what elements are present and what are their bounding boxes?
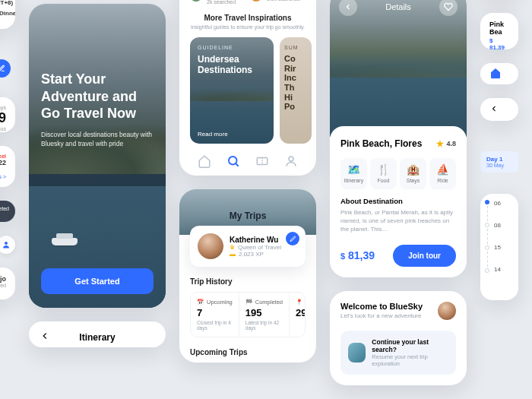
date-card-fragment: eel 322 ails > <box>0 146 15 187</box>
chevron-left-icon[interactable] <box>489 104 499 115</box>
itinerary-screen-fragment: Itinerary <box>29 321 166 347</box>
trip-stats: 📅Upcoming 7 Closest trip in 4 days 🏁Comp… <box>190 292 306 337</box>
destination-icon <box>190 0 202 2</box>
timeline-fragment: 19:30 (GMT+8) Dinner <box>0 0 15 29</box>
ticket-icon[interactable] <box>255 154 269 168</box>
read-more-link[interactable]: Read more <box>198 131 228 138</box>
hero-subtitle: Discover local destinations beauty with … <box>41 130 154 150</box>
welcome-title: Welcome to BlueSky <box>340 302 423 311</box>
svg-point-0 <box>5 242 8 245</box>
pink-beach-card-fragment: Pink Bea $ 81.39 <box>480 13 518 49</box>
resume-sub: Resume your next trip exploration <box>372 353 448 367</box>
user-xp: ▬2.023 XP <box>230 251 298 258</box>
recent-searches: Mount Rinjani2k searched Labuan Bajo1.5k… <box>190 0 306 5</box>
boat-graphic <box>385 106 420 117</box>
days-card-fragment: days 29 Clos <box>0 97 15 132</box>
boat-graphic <box>52 238 78 245</box>
destination-details-screen: Details Pink Beach, Flores ★4.8 🗺️Itiner… <box>330 0 467 277</box>
day-chip[interactable]: Day 1 30 May <box>480 151 518 173</box>
about-text: Pink Beach, or Pantai Merah, as it is ap… <box>340 208 456 234</box>
timeline-fragment: 06 08 15 14 <box>480 194 518 300</box>
profile-icon[interactable] <box>284 154 298 168</box>
event-name: Dinner <box>0 10 15 17</box>
favorite-button[interactable] <box>439 0 458 16</box>
back-fragment <box>480 98 518 121</box>
bajo-fragment: Bajo ed <box>0 268 15 299</box>
fab-fragment <box>0 59 15 78</box>
my-trips-screen: My Trips Katherine Wu ♛Queen of Travel ▬… <box>179 189 316 363</box>
rating: ★4.8 <box>436 139 456 149</box>
price: $ 81,39 <box>340 249 375 261</box>
edit-button[interactable] <box>286 232 299 245</box>
svg-point-1 <box>229 157 237 165</box>
home-icon-fragment <box>480 63 518 84</box>
completed-pill-fragment: mpleted <box>0 201 15 222</box>
search-chip[interactable]: Mount Rinjani2k searched <box>190 0 245 5</box>
section-heading: More Travel Inspirations <box>190 14 306 22</box>
back-button[interactable] <box>339 0 357 16</box>
avatar[interactable] <box>438 302 456 320</box>
welcome-sub: Let's look for a new adventure <box>340 312 423 319</box>
upcoming-heading: Upcoming Trips <box>190 348 306 356</box>
hero-title: Start Your Adventure and Go Travel Now <box>41 71 154 122</box>
days-count: 29 <box>0 110 6 126</box>
stat-completed[interactable]: 🏁Completed 195 Latest trip in 42 days <box>239 293 290 337</box>
history-heading: Trip History <box>190 277 306 286</box>
card-tag: GUIDELINE <box>198 45 233 50</box>
section-sub: Insightful guides to ensure your trip go… <box>190 24 306 30</box>
resume-title: Continue your last search? <box>372 338 448 353</box>
screen-title: My Trips <box>179 211 316 221</box>
back-icon[interactable] <box>40 331 50 344</box>
inspiration-card-peek[interactable]: SUM Co Rir Inc Th Hi Po <box>280 37 312 144</box>
about-heading: About Destination <box>340 197 456 205</box>
category-food[interactable]: 🍴Food <box>370 158 397 189</box>
edit-icon[interactable] <box>0 59 11 78</box>
destination-icon <box>250 0 262 2</box>
stat-upcoming[interactable]: 📅Upcoming 7 Closest trip in 4 days <box>191 293 239 337</box>
avatar[interactable] <box>198 233 223 259</box>
category-ride[interactable]: ⛵Ride <box>429 158 456 189</box>
onboarding-screen: Start Your Adventure and Go Travel Now D… <box>29 4 166 308</box>
resume-search-card[interactable]: Continue your last search? Resume your n… <box>340 331 456 375</box>
inspiration-card[interactable]: GUIDELINE Undersea Destinations Read mor… <box>190 37 274 144</box>
category-stays[interactable]: 🏨Stays <box>400 158 426 189</box>
home-screen-fragment: Welcome to BlueSky Let's look for a new … <box>330 291 467 385</box>
category-row: 🗺️Itinerary 🍴Food 🏨Stays ⛵Ride <box>340 158 456 189</box>
svg-point-3 <box>289 157 293 161</box>
star-icon: ★ <box>436 139 444 149</box>
join-tour-button[interactable]: Join tour <box>393 245 456 267</box>
explore-screen: Mount Rinjani2k searched Labuan Bajo1.5k… <box>179 0 316 176</box>
screen-title: Details <box>385 2 411 11</box>
search-chip[interactable]: Labuan Bajo1.5k searched <box>250 0 306 5</box>
category-itinerary[interactable]: 🗺️Itinerary <box>340 158 367 189</box>
details-hero-image: Details <box>330 0 467 137</box>
get-started-button[interactable]: Get Started <box>41 268 154 294</box>
card-title: Undersea Destinations <box>198 54 274 76</box>
home-icon[interactable] <box>489 67 502 81</box>
profile-card: Katherine Wu ♛Queen of Travel ▬2.023 XP <box>190 226 306 267</box>
bottom-tabbar <box>190 154 306 168</box>
event-time: 19:30 (GMT+8) <box>0 0 15 6</box>
user-role: ♛Queen of Travel <box>230 244 298 251</box>
itinerary-title: Itinerary <box>50 332 144 343</box>
home-icon[interactable] <box>198 154 211 168</box>
user-icon[interactable] <box>0 236 15 254</box>
stat-extra[interactable]: 📍 29 <box>290 293 306 337</box>
thumbnail <box>348 343 366 363</box>
destination-name: Pink Beach, Flores <box>340 138 422 149</box>
search-icon[interactable] <box>226 154 240 168</box>
